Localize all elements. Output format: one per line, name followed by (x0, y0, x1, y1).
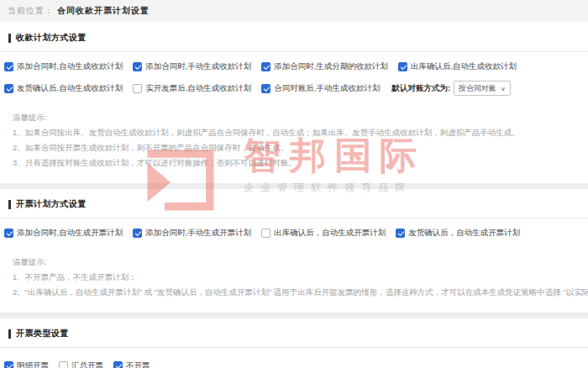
reconcile-method-select[interactable]: 按合同对账 ∨ (454, 81, 511, 96)
tips-title: 温馨提示: (13, 255, 588, 270)
checkbox[interactable] (4, 229, 13, 238)
header-bar-icon (8, 34, 11, 43)
checkbox-label: 发货确认后,自动生成收款计划 (17, 83, 123, 94)
divider (0, 51, 588, 52)
checkbox-row: 添加合同时,自动生成收款计划 添加合同时,手动生成收款计划 添加合同时,生成分期… (4, 60, 588, 72)
checkbox-item[interactable]: 出库确认后，自动生成开票计划 (261, 228, 386, 239)
section-header: 开票计划方式设置 (8, 199, 588, 209)
section-separator (0, 183, 588, 189)
checkbox[interactable] (133, 62, 142, 71)
page-title: 合同收款开票计划设置 (57, 5, 150, 17)
tips-block: 温馨提示: 1、如果合同按出库、发货自动生成收款计划，则虚拟产品在合同保存时，自… (13, 110, 588, 171)
checkbox[interactable] (398, 62, 407, 71)
breadcrumb: 当前位置： 合同收款开票计划设置 (0, 0, 588, 22)
section-invoice-type-settings: 开票类型设置 明细开票 汇总开票 不开票 (0, 329, 588, 368)
checkbox[interactable] (113, 361, 123, 368)
checkbox-row: 添加合同时,自动生成开票计划 添加合同时,手动生成开票计划 出库确认后，自动生成… (4, 227, 588, 239)
checkbox-label: 添加合同时,生成分期的收款计划 (274, 61, 388, 72)
checkbox-row: 明细开票 汇总开票 不开票 (4, 360, 588, 368)
checkbox-item[interactable]: 添加合同时,生成分期的收款计划 (261, 61, 388, 72)
checkbox[interactable] (261, 229, 270, 238)
reconcile-method-value: 按合同对账 (459, 83, 496, 94)
checkbox-label: 添加合同时,手动生成收款计划 (145, 61, 251, 72)
header-bar-icon (8, 200, 11, 209)
checkbox-label: 明细开票 (17, 360, 49, 368)
checkbox-label: 添加合同时,手动生成开票计划 (145, 228, 251, 239)
section-receipt-plan-settings: 收款计划方式设置 添加合同时,自动生成收款计划 添加合同时,手动生成收款计划 添… (0, 33, 588, 183)
section-title: 开票类型设置 (16, 328, 69, 339)
checkbox-item[interactable]: 不开票 (113, 360, 150, 368)
checkbox-item[interactable]: 出库确认后,自动生成收款计划 (398, 61, 517, 72)
checkbox-item[interactable]: 添加合同时,手动生成收款计划 (133, 61, 251, 72)
checkbox-item[interactable]: 添加合同时,手动生成开票计划 (133, 228, 251, 239)
tip-line: 2、“出库确认后，自动生成开票计划” 或 “发货确认后，自动生成开票计划” 适用… (13, 285, 588, 300)
header-bar-icon (8, 329, 11, 339)
checkbox-item[interactable]: 发货确认后，自动生成开票计划 (396, 228, 520, 239)
checkbox-label: 发货确认后，自动生成开票计划 (408, 228, 520, 239)
section-title: 收款计划方式设置 (16, 32, 87, 44)
checkbox[interactable] (133, 84, 142, 93)
tip-line: 1、不开票产品，不生成开票计划； (13, 270, 588, 285)
checkbox-item[interactable]: 明细开票 (4, 360, 49, 368)
tip-line: 1、如果合同按出库、发货自动生成收款计划，则虚拟产品在合同保存时，自动生成；如果… (13, 125, 588, 140)
checkbox[interactable] (4, 361, 13, 368)
checkbox-row: 发货确认后,自动生成收款计划 实开发票后,自动生成收款计划 合同对账后,手动生成… (4, 82, 588, 94)
section-title: 开票计划方式设置 (16, 198, 87, 210)
checkbox[interactable] (396, 229, 405, 238)
reconcile-method-label: 默认对账方式为: (391, 83, 450, 94)
checkbox-item[interactable]: 汇总开票 (59, 360, 103, 368)
checkbox-label: 添加合同时,自动生成收款计划 (17, 61, 123, 72)
checkbox-item[interactable]: 发货确认后,自动生成收款计划 (4, 83, 123, 94)
checkbox[interactable] (59, 361, 68, 368)
checkbox-label: 出库确认后,自动生成收款计划 (411, 61, 517, 72)
checkbox-label: 汇总开票 (71, 360, 103, 368)
section-invoice-plan-settings: 开票计划方式设置 添加合同时,自动生成开票计划 添加合同时,手动生成开票计划 出… (0, 199, 588, 313)
section-header: 开票类型设置 (8, 329, 588, 339)
checkbox-label: 合同对账后,手动生成收款计划 (274, 83, 380, 94)
checkbox-label: 出库确认后，自动生成开票计划 (274, 228, 386, 239)
checkbox-item[interactable]: 实开发票后,自动生成收款计划 (133, 83, 251, 94)
checkbox[interactable] (261, 84, 270, 93)
checkbox-label: 实开发票后,自动生成收款计划 (145, 83, 251, 94)
checkbox[interactable] (4, 84, 13, 93)
checkbox[interactable] (133, 229, 142, 238)
checkbox[interactable] (4, 62, 13, 71)
tips-title: 温馨提示: (13, 110, 588, 125)
checkbox[interactable] (261, 62, 270, 71)
checkbox-item[interactable]: 添加合同时,自动生成开票计划 (4, 228, 123, 239)
divider (0, 347, 588, 348)
breadcrumb-label: 当前位置： (8, 5, 54, 17)
divider (0, 218, 588, 218)
section-header: 收款计划方式设置 (8, 33, 588, 43)
checkbox-label: 不开票 (126, 360, 150, 368)
checkbox-label: 添加合同时,自动生成开票计划 (17, 228, 123, 239)
tips-block: 温馨提示: 1、不开票产品，不生成开票计划； 2、“出库确认后，自动生成开票计划… (13, 255, 588, 300)
chevron-down-icon: ∨ (501, 85, 506, 91)
tip-line: 3、只有选择按对账生成收款计划，才可以进行对账操作，否则不可以进行对账。 (13, 155, 588, 171)
tip-line: 2、如果合同按开票生成收款计划，则不开票的产品在合同保存时，自动生成。 (13, 140, 588, 155)
section-separator (0, 313, 588, 318)
checkbox-item[interactable]: 合同对账后,手动生成收款计划 (261, 83, 380, 94)
checkbox-item[interactable]: 添加合同时,自动生成收款计划 (4, 61, 123, 72)
